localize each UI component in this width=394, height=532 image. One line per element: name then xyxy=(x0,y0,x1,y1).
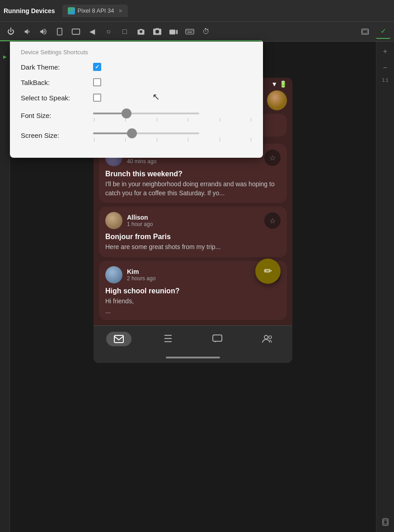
rotate-portrait-button[interactable] xyxy=(52,24,67,39)
compose-fab-icon: ✏ xyxy=(264,265,272,277)
right-sidebar: + − 1:1 xyxy=(376,42,394,532)
cursor-pointer: ↖ xyxy=(152,91,160,102)
dark-theme-checkbox[interactable] xyxy=(93,63,101,71)
allison-star-button[interactable]: ☆ xyxy=(264,212,281,229)
nav-mail-button[interactable] xyxy=(106,332,131,346)
allison-meta: Allison 1 hour ago xyxy=(127,214,260,227)
device-frame-toggle[interactable] xyxy=(379,516,392,528)
ali-star-button[interactable]: ☆ xyxy=(264,150,281,166)
power-button[interactable]: ⏻ xyxy=(4,24,18,39)
overview-button[interactable]: □ xyxy=(117,24,132,39)
kim-card-header: Kim 2 hours ago ☆ xyxy=(105,266,281,283)
svg-rect-2 xyxy=(186,29,194,34)
screen-size-label: Screen Size: xyxy=(21,132,93,139)
screen-size-slider-thumb[interactable] xyxy=(127,128,137,138)
allison-name: Allison xyxy=(127,214,260,221)
home-button[interactable]: ○ xyxy=(101,24,116,39)
ali-subject: Brunch this weekend? xyxy=(105,170,281,178)
battery-icon: 🔋 xyxy=(279,80,287,88)
svg-point-14 xyxy=(269,336,272,339)
screenshot-button[interactable] xyxy=(134,24,148,39)
dark-theme-label: Dark Theme: xyxy=(21,63,93,71)
avatar-image xyxy=(267,90,287,110)
svg-rect-3 xyxy=(187,30,188,31)
nav-list-button[interactable]: ☰ xyxy=(156,330,180,348)
kim-subject: High school reunion? xyxy=(105,287,281,295)
svg-rect-6 xyxy=(191,30,192,31)
allison-message-card[interactable]: Allison 1 hour ago ☆ Bonjour from Paris … xyxy=(99,207,287,257)
kim-message-card[interactable]: Kim 2 hours ago ☆ High school reunion? H… xyxy=(99,261,287,320)
font-size-ticks xyxy=(93,118,252,122)
allison-time: 1 hour ago xyxy=(127,221,260,227)
kim-meta: Kim 2 hours ago xyxy=(127,268,260,282)
svg-rect-5 xyxy=(189,30,190,31)
select-to-speak-checkbox[interactable] xyxy=(93,94,101,102)
kim-name: Kim xyxy=(127,268,260,275)
avatar xyxy=(267,90,287,110)
kim-avatar xyxy=(105,266,122,283)
font-size-label: Font Size: xyxy=(21,112,93,119)
kim-preview: Hi friends, xyxy=(105,297,281,306)
right-sidebar-bottom xyxy=(379,516,392,528)
video-button[interactable] xyxy=(166,24,181,39)
tab-name: Pixel 8 API 34 xyxy=(78,7,114,14)
kim-time: 2 hours ago xyxy=(127,275,260,282)
talkback-checkbox[interactable] xyxy=(93,78,101,86)
svg-rect-11 xyxy=(114,335,123,343)
svg-rect-4 xyxy=(188,30,189,31)
toolbar-progress-bar xyxy=(0,40,262,41)
nav-contacts-button[interactable] xyxy=(255,331,280,347)
font-size-slider-thumb[interactable] xyxy=(122,108,131,118)
message-cards-list: Ali 40 mins ago ☆ Brunch this weekend? I… xyxy=(94,140,292,325)
volume-up-button[interactable] xyxy=(36,24,51,39)
device-settings-popup: Device Settings Shortcuts Dark Theme: Ta… xyxy=(10,42,263,158)
phone-bottom-nav: ☰ xyxy=(94,325,292,354)
allison-subject: Bonjour from Paris xyxy=(105,233,281,241)
kim-ellipsis: ... xyxy=(105,307,281,315)
zoom-in-button[interactable]: + xyxy=(379,45,392,58)
rotate-landscape-button[interactable] xyxy=(69,24,83,39)
svg-rect-16 xyxy=(384,520,387,524)
allison-card-header: Allison 1 hour ago ☆ xyxy=(105,212,281,229)
tab-close-button[interactable]: × xyxy=(119,7,122,14)
select-to-speak-row: Select to Speak: xyxy=(21,94,252,102)
check-button[interactable]: ✓ xyxy=(376,24,390,39)
nav-chat-button[interactable] xyxy=(205,331,230,347)
svg-rect-10 xyxy=(363,30,368,33)
talkback-label: TalkBack: xyxy=(21,79,93,86)
svg-rect-0 xyxy=(57,28,62,35)
talkback-checkbox-wrapper xyxy=(93,78,101,86)
font-size-slider-container xyxy=(93,109,252,122)
allison-avatar xyxy=(105,212,122,229)
svg-point-13 xyxy=(264,335,268,339)
camera-button[interactable] xyxy=(150,24,164,39)
center-area: Device Settings Shortcuts Dark Theme: Ta… xyxy=(10,42,376,532)
zoom-out-button[interactable]: − xyxy=(379,61,392,74)
screen-size-slider-fill xyxy=(93,132,130,134)
left-sidebar: ▶ xyxy=(0,42,10,532)
wifi-icon: ▼ xyxy=(271,80,277,88)
volume-down-button[interactable] xyxy=(20,24,34,39)
screen-size-row: Screen Size: xyxy=(21,129,252,141)
phone-home-bar xyxy=(94,354,292,363)
back-button[interactable]: ◀ xyxy=(85,24,99,39)
title-bar: Running Devices Pixel 8 API 34 × xyxy=(0,0,394,22)
device-frame-button[interactable] xyxy=(358,24,372,39)
svg-rect-8 xyxy=(187,32,192,33)
talkback-row: TalkBack: xyxy=(21,78,252,86)
dark-theme-row: Dark Theme: xyxy=(21,63,252,71)
screen-size-ticks xyxy=(93,138,252,141)
compose-fab[interactable]: ✏ xyxy=(255,259,281,284)
device-tab[interactable]: Pixel 8 API 34 × xyxy=(62,5,128,17)
keyboard-button[interactable] xyxy=(183,24,197,39)
toolbar-right: ✓ xyxy=(358,24,390,39)
timer-button[interactable]: ⏱ xyxy=(199,24,213,39)
select-to-speak-label: Select to Speak: xyxy=(21,94,93,102)
font-size-slider-fill xyxy=(93,113,125,114)
font-size-slider-track xyxy=(93,113,199,114)
app-title: Running Devices xyxy=(4,7,55,14)
screen-size-slider-track xyxy=(93,132,199,134)
popup-title: Device Settings Shortcuts xyxy=(21,49,252,56)
svg-rect-7 xyxy=(192,30,193,31)
svg-rect-1 xyxy=(72,29,80,34)
